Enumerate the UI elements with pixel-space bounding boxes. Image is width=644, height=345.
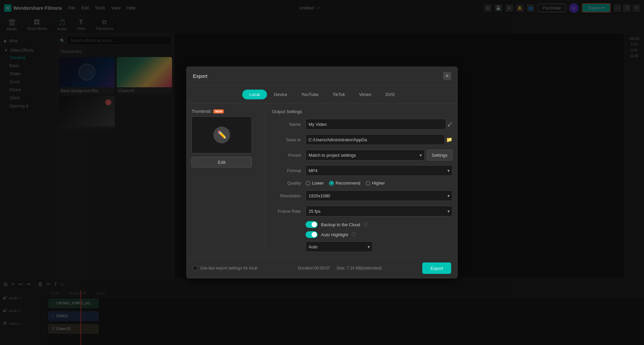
output-settings-title: Output Settings — [272, 109, 452, 114]
thumbnail-label: Thumbnail: NEW — [192, 109, 260, 114]
badge-new: NEW — [213, 109, 224, 113]
format-label: Format — [272, 168, 306, 173]
format-select-wrap: MP4 MOV AVI — [306, 165, 452, 176]
form-row-format: Format MP4 MOV AVI — [272, 165, 452, 176]
framerate-label: Frame Rate — [272, 209, 306, 214]
duration-label: Duration:00:00:07 — [298, 266, 330, 270]
modal-close-button[interactable]: ✕ — [443, 72, 451, 80]
name-label: Name — [272, 122, 306, 127]
use-last-settings-checkbox[interactable] — [193, 266, 198, 270]
resolution-label: Resolution — [272, 193, 306, 198]
use-last-settings-label: Use last export settings for local — [200, 266, 257, 270]
highlight-help-icon[interactable]: ⓘ — [352, 232, 356, 238]
modal-body: Thumbnail: NEW ✏️ Edit Output Settings N… — [186, 104, 458, 257]
backup-cloud-label: Backup to the Cloud — [321, 222, 360, 227]
radio-lower[interactable]: Lower — [306, 181, 324, 186]
tab-local[interactable]: Local — [242, 90, 267, 99]
auto-highlight-toggle[interactable] — [306, 231, 318, 238]
radio-higher[interactable]: Higher — [366, 181, 385, 186]
footer-info: Duration:00:00:07 Size: 7.34 MB(estimate… — [298, 266, 382, 270]
auto-select-wrap: Auto — [306, 241, 373, 252]
framerate-select-wrap: 25 fps 30 fps 60 fps 24 fps — [306, 206, 452, 216]
tab-tiktok[interactable]: TikTok — [325, 90, 352, 99]
form-row-resolution: Resolution 1920x1080 1280x720 3840x2160 — [272, 190, 452, 201]
radio-circle-higher — [366, 181, 370, 186]
resolution-select-wrap: 1920x1080 1280x720 3840x2160 — [306, 190, 452, 201]
framerate-select[interactable]: 25 fps 30 fps 60 fps 24 fps — [306, 206, 452, 216]
backup-cloud-knob — [312, 222, 317, 227]
saveto-input[interactable] — [306, 134, 445, 145]
form-row-preset: Preset Match to project settings Setting… — [272, 150, 452, 160]
toggle-row-highlight: Auto Highlight ⓘ — [306, 231, 452, 238]
size-label: Size: 7.34 MB(estimated) — [337, 266, 382, 270]
modal-tabs: Local Device YouTube TikTok Vimeo DVD — [186, 86, 458, 104]
export-modal: Export ✕ Local Device YouTube TikTok Vim… — [186, 66, 458, 279]
edit-thumbnail-button[interactable]: Edit — [192, 157, 252, 167]
preset-select[interactable]: Match to project settings — [306, 150, 425, 160]
radio-circle-lower — [306, 181, 310, 186]
quality-radio-group: Lower Recommend Higher — [306, 181, 385, 186]
radio-label-higher: Higher — [372, 181, 385, 186]
radio-label-recommend: Recommend — [335, 181, 360, 186]
modal-footer: Use last export settings for local Durat… — [186, 257, 458, 279]
form-row-quality: Quality Lower Recommend — [272, 181, 452, 186]
auto-select-row: Auto — [306, 241, 452, 252]
auto-select[interactable]: Auto — [306, 241, 373, 252]
modal-title: Export — [193, 73, 207, 79]
radio-recommend[interactable]: Recommend — [329, 181, 360, 186]
auto-highlight-knob — [312, 232, 317, 237]
preset-label: Preset — [272, 153, 306, 158]
modal-overlay: Export ✕ Local Device YouTube TikTok Vim… — [0, 0, 644, 345]
name-edit-icon[interactable]: 🖊 — [447, 121, 452, 127]
radio-label-lower: Lower — [312, 181, 324, 186]
tab-device[interactable]: Device — [267, 90, 294, 99]
tab-dvd[interactable]: DVD — [378, 90, 401, 99]
modal-header: Export ✕ — [186, 66, 458, 86]
thumbnail-box: ✏️ — [192, 116, 252, 153]
quality-label: Quality — [272, 181, 306, 186]
form-row-name: Name 🖊 — [272, 119, 452, 130]
modal-left: Thumbnail: NEW ✏️ Edit — [192, 109, 265, 252]
tab-vimeo[interactable]: Vimeo — [352, 90, 378, 99]
backup-cloud-toggle[interactable] — [306, 221, 318, 228]
modal-right: Output Settings Name 🖊 Save to 📁 — [265, 109, 452, 252]
form-row-saveto: Save to 📁 — [272, 134, 452, 145]
backup-help-icon[interactable]: ⓘ — [364, 221, 368, 228]
folder-icon[interactable]: 📁 — [446, 137, 452, 143]
resolution-select[interactable]: 1920x1080 1280x720 3840x2160 — [306, 190, 452, 201]
form-row-framerate: Frame Rate 25 fps 30 fps 60 fps 24 fps — [272, 206, 452, 216]
saveto-label: Save to — [272, 137, 306, 142]
settings-button[interactable]: Settings — [427, 150, 452, 160]
auto-highlight-label: Auto Highlight — [321, 232, 348, 237]
tab-youtube[interactable]: YouTube — [294, 90, 325, 99]
radio-circle-recommend — [329, 181, 334, 186]
format-select[interactable]: MP4 MOV AVI — [306, 165, 452, 176]
radio-dot-recommend — [330, 182, 333, 184]
name-input-group: 🖊 — [306, 119, 452, 130]
thumbnail-edit-icon: ✏️ — [213, 127, 230, 143]
preset-select-wrap: Match to project settings — [306, 150, 425, 160]
saveto-input-group: 📁 — [306, 134, 452, 145]
export-modal-button[interactable]: Export — [422, 262, 451, 274]
name-input[interactable] — [306, 119, 446, 130]
toggle-row-backup: Backup to the Cloud ⓘ — [306, 221, 452, 228]
use-last-settings: Use last export settings for local — [193, 266, 257, 270]
